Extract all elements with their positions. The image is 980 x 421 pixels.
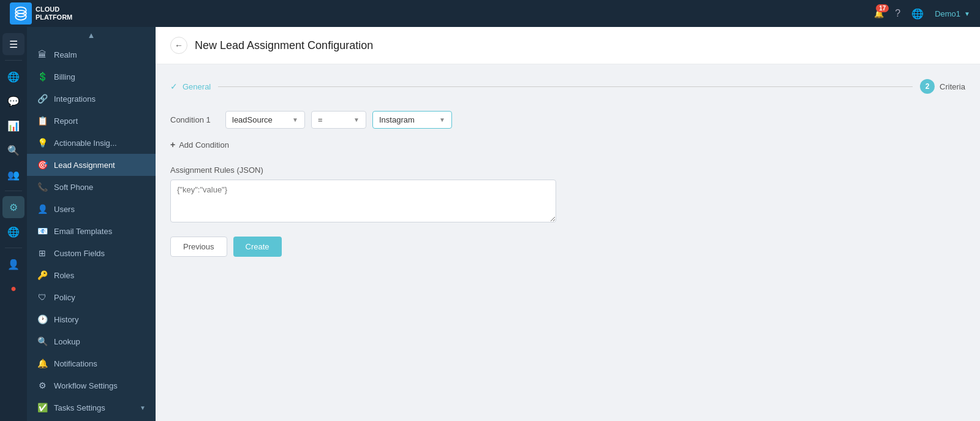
sidebar-item-realm[interactable]: 🏛 Realm (27, 44, 156, 66)
custom-fields-icon: ⊞ (37, 248, 48, 258)
main-layout: ☰ 🌐 💬 📊 🔍 👥 ⚙ 🌐 👤 ● ▲ 🏛 Realm 💲 Billing … (0, 27, 980, 421)
previous-button[interactable]: Previous (170, 237, 227, 257)
sidebar-item-actionable[interactable]: 💡 Actionable Insig... (27, 132, 156, 154)
sidebar-item-tasks-settings[interactable]: ✅ Tasks Settings ▼ (27, 396, 156, 419)
condition-field-select[interactable]: leadSource ▼ (225, 111, 305, 129)
lookup-label: Lookup (54, 337, 146, 346)
report-label: Report (54, 116, 146, 126)
scroll-up-arrow[interactable]: ▲ (27, 27, 156, 44)
sidebar-item-email-templates[interactable]: 📧 Email Templates (27, 220, 156, 242)
icon-sidebar-search[interactable]: 🔍 (2, 139, 24, 161)
actionable-icon: 💡 (37, 138, 48, 148)
roles-label: Roles (54, 271, 146, 280)
notification-badge: 17 (876, 4, 889, 12)
back-button[interactable]: ← (170, 37, 187, 54)
notification-bell[interactable]: 🔔 17 (874, 9, 884, 18)
lead-assignment-icon: 🎯 (37, 160, 48, 170)
workflow-label: Workflow Settings (54, 381, 146, 390)
billing-label: Billing (54, 72, 146, 82)
scroll-down-arrow[interactable]: ▼ (27, 419, 156, 421)
realm-label: Realm (54, 50, 146, 59)
step1-check-icon: ✓ (170, 82, 178, 91)
header-right: 🔔 17 ? 🌐 Demo1 ▼ (874, 8, 970, 20)
stepper: ✓ General 2 Criteria (170, 79, 965, 94)
icon-sidebar-avatar[interactable]: 👤 (2, 253, 24, 275)
add-condition-button[interactable]: + Add Condition (170, 136, 965, 153)
sidebar-item-custom-fields[interactable]: ⊞ Custom Fields (27, 242, 156, 264)
icon-sidebar-chart[interactable]: 📊 (2, 115, 24, 137)
top-header: CLOUDPLATFORM 🔔 17 ? 🌐 Demo1 ▼ (0, 0, 980, 27)
plus-icon: + (170, 140, 175, 150)
workflow-icon: ⚙ (37, 381, 48, 390)
sidebar-item-roles[interactable]: 🔑 Roles (27, 264, 156, 286)
sidebar-item-soft-phone[interactable]: 📞 Soft Phone (27, 176, 156, 198)
users-icon: 👤 (37, 204, 48, 214)
report-icon: 📋 (37, 116, 48, 126)
json-textarea[interactable] (170, 180, 556, 222)
sidebar-item-workflow-settings[interactable]: ⚙ Workflow Settings (27, 374, 156, 396)
actionable-label: Actionable Insig... (54, 138, 146, 148)
sidebar-item-report[interactable]: 📋 Report (27, 110, 156, 132)
icon-sidebar-globe2[interactable]: 🌐 (2, 221, 24, 243)
condition-value-text: Instagram (379, 115, 415, 124)
icon-sidebar-chat[interactable]: 💬 (2, 90, 24, 112)
sidebar-item-billing[interactable]: 💲 Billing (27, 66, 156, 88)
tasks-chevron-icon: ▼ (140, 404, 146, 411)
op-select-arrow-icon: ▼ (353, 116, 360, 123)
icon-divider-3 (5, 248, 22, 248)
step-1: ✓ General (170, 82, 211, 91)
page-title: New Lead Assignment Configuration (195, 39, 373, 52)
condition-operator-value: = (318, 115, 323, 124)
custom-fields-label: Custom Fields (54, 249, 146, 258)
create-button[interactable]: Create (233, 237, 282, 257)
icon-sidebar-users[interactable]: 👥 (2, 164, 24, 186)
condition-label: Condition 1 (170, 115, 219, 124)
condition-section: Condition 1 leadSource ▼ = ▼ Instagram ▼ (170, 111, 965, 153)
tasks-icon: ✅ (37, 403, 48, 412)
assignment-rules-section: Assignment Rules (JSON) (170, 165, 965, 224)
policy-icon: 🛡 (37, 292, 48, 302)
user-area[interactable]: Demo1 ▼ (935, 9, 970, 18)
form-area: ✓ General 2 Criteria Condition 1 leadSou… (156, 64, 980, 421)
header-left: CLOUDPLATFORM (10, 2, 72, 25)
icon-sidebar: ☰ 🌐 💬 📊 🔍 👥 ⚙ 🌐 👤 ● (0, 27, 27, 421)
sidebar-item-lookup[interactable]: 🔍 Lookup (27, 330, 156, 352)
logo-area: CLOUDPLATFORM (10, 2, 72, 25)
condition-field-value: leadSource (232, 115, 273, 124)
user-chevron-icon: ▼ (964, 10, 970, 17)
lookup-icon: 🔍 (37, 336, 48, 346)
icon-sidebar-settings[interactable]: ⚙ (2, 196, 24, 218)
sidebar-item-integrations[interactable]: 🔗 Integrations (27, 88, 156, 110)
history-icon: 🕐 (37, 314, 48, 324)
sidebar-item-notifications[interactable]: 🔔 Notifications (27, 352, 156, 374)
policy-label: Policy (54, 293, 146, 302)
logo-text: CLOUDPLATFORM (36, 6, 72, 21)
assignment-rules-label: Assignment Rules (JSON) (170, 165, 965, 175)
notifications-label: Notifications (54, 359, 146, 368)
logo-svg (12, 5, 29, 22)
condition-operator-select[interactable]: = ▼ (311, 111, 366, 129)
notifications-icon: 🔔 (37, 358, 48, 368)
step2-circle: 2 (920, 79, 935, 94)
realm-icon: 🏛 (37, 50, 48, 59)
sidebar-item-users[interactable]: 👤 Users (27, 198, 156, 220)
integrations-icon: 🔗 (37, 94, 48, 104)
soft-phone-label: Soft Phone (54, 183, 146, 192)
nav-sidebar: ▲ 🏛 Realm 💲 Billing 🔗 Integrations 📋 Rep… (27, 27, 156, 421)
icon-sidebar-globe[interactable]: 🌐 (2, 66, 24, 88)
roles-icon: 🔑 (37, 270, 48, 280)
field-select-arrow-icon: ▼ (292, 116, 298, 123)
step-2: 2 Criteria (920, 79, 965, 94)
icon-sidebar-menu[interactable]: ☰ (2, 33, 24, 55)
globe-icon[interactable]: 🌐 (911, 8, 924, 20)
billing-icon: 💲 (37, 72, 48, 82)
sidebar-item-lead-assignment[interactable]: 🎯 Lead Assignment (27, 154, 156, 176)
sidebar-item-history[interactable]: 🕐 History (27, 308, 156, 330)
condition-row-1: Condition 1 leadSource ▼ = ▼ Instagram ▼ (170, 111, 965, 129)
sidebar-item-policy[interactable]: 🛡 Policy (27, 286, 156, 308)
condition-value-select[interactable]: Instagram ▼ (372, 111, 452, 129)
icon-sidebar-status[interactable]: ● (2, 278, 24, 300)
user-name: Demo1 (935, 9, 960, 18)
icon-divider-2 (5, 191, 22, 191)
help-icon[interactable]: ? (895, 8, 900, 19)
